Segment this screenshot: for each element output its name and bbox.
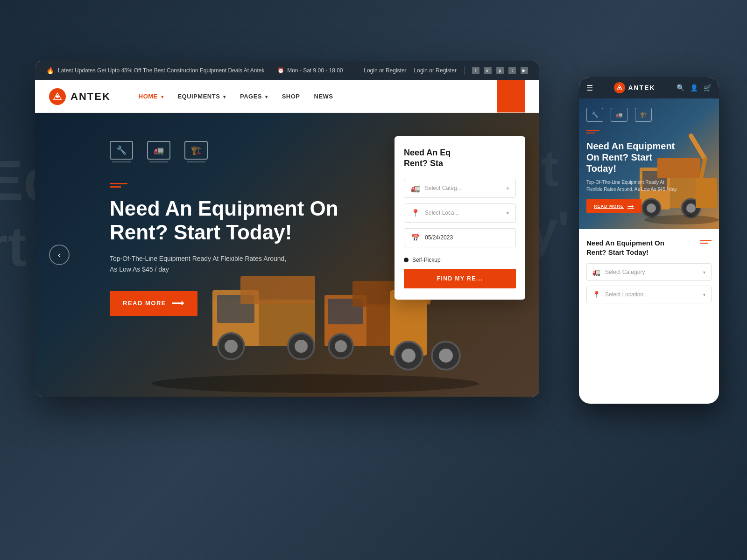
social-icons-group: f in p t ▶	[472, 67, 528, 74]
instagram-icon[interactable]: in	[484, 67, 492, 74]
pickup-label: Self-Pickup	[412, 257, 441, 263]
svg-point-37	[686, 203, 696, 213]
mobile-category-placeholder: Select Category	[605, 269, 698, 275]
svg-rect-40	[696, 178, 717, 208]
youtube-icon[interactable]: ▶	[521, 67, 528, 74]
mobile-panel-accent-lines	[700, 240, 712, 244]
mobile-location-field[interactable]: 📍 Select Location ▾	[586, 286, 712, 303]
search-panel: Need An EqRent? Sta 🚛 Select Categ... ▾ …	[395, 136, 525, 300]
nav-pages[interactable]: PAGES ▾	[240, 93, 268, 100]
mobile-panel-header: Need An Equipment On Rent? Start Today!	[586, 238, 712, 257]
mobile-location-placeholder: Select Location	[605, 291, 698, 298]
hero-accent-lines	[110, 183, 127, 189]
mobile-category-row: 🚛 Select Category ▾	[586, 263, 712, 281]
nav-home[interactable]: HOME ▾	[139, 93, 164, 100]
pinterest-icon[interactable]: p	[496, 67, 504, 74]
search-panel-title: Need An EqRent? Sta	[404, 147, 516, 169]
mobile-nav-bar: ☰ ANTEK 🔍 👤 🛒	[579, 77, 719, 98]
mobile-search-icon[interactable]: 🔍	[677, 84, 684, 91]
divider	[356, 66, 356, 75]
excavator-icon: 🏗️	[184, 141, 208, 162]
mobile-arrow-icon: ⟶	[627, 204, 634, 209]
mobile-category-field[interactable]: 🚛 Select Category ▾	[586, 263, 712, 281]
mobile-hero-section: 🔧 🚛 🏗️ Need An Equipment On Rent? Start …	[579, 98, 719, 229]
mobile-nav-actions: 🔍 👤 🛒	[677, 84, 712, 91]
mobile-user-icon[interactable]: 👤	[690, 84, 698, 91]
radio-button[interactable]	[404, 258, 409, 262]
category-field[interactable]: 🚛 Select Categ... ▾	[404, 179, 516, 198]
chevron-left-icon: ‹	[58, 250, 61, 260]
hero-subtitle: Top-Of-The-Line Equipment Ready At Flexi…	[110, 253, 287, 274]
svg-point-0	[56, 95, 59, 98]
truck-icon: 🚛	[147, 141, 170, 162]
svg-point-22	[402, 349, 416, 363]
announcement-text: 🔥 Latest Updates Get Upto 45% Off The Be…	[46, 67, 264, 74]
location-row: 📍 Select Loca... ▾	[404, 203, 516, 223]
announcement-label: Latest Updates Get Upto 45% Off The Best…	[58, 67, 264, 74]
divider2	[464, 66, 465, 75]
hero-title: Need An Equipment On Rent? Start Today!	[110, 197, 352, 244]
mobile-cart-icon[interactable]: 🛒	[704, 84, 712, 91]
mobile-location-arrow-icon: ▾	[703, 292, 705, 297]
mobile-accent-lines	[586, 130, 599, 135]
nav-equipments[interactable]: EQUIPMENTS ▾	[177, 93, 226, 100]
location-field[interactable]: 📍 Select Loca... ▾	[404, 203, 516, 223]
date-value: 05/24/2023	[425, 234, 453, 241]
arrow-icon: ⟶	[172, 298, 185, 308]
mobile-hero-content: Need An Equipment On Rent? Start Today! …	[586, 140, 680, 213]
mobile-logo-name: ANTEK	[628, 84, 655, 91]
mobile-excavator-icon: 🏗️	[635, 108, 652, 122]
location-pin-icon: 📍	[411, 209, 420, 217]
calendar-icon: 📅	[411, 233, 420, 242]
mobile-search-panel: Need An Equipment On Rent? Start Today! …	[579, 229, 719, 317]
mobile-location-row: 📍 Select Location ▾	[586, 286, 712, 303]
svg-point-27	[152, 374, 479, 393]
drill-icon: 🔧	[110, 141, 133, 162]
logo: ANTEK	[49, 88, 111, 105]
nav-bar: ANTEK HOME ▾ EQUIPMENTS ▾ PAGES ▾ SHOP N…	[35, 80, 539, 113]
hours-info: ⏰ Mon - Sat 9.00 - 18.00	[277, 67, 343, 74]
desktop-mockup: 🔥 Latest Updates Get Upto 45% Off The Be…	[35, 61, 539, 397]
hero-equipment-icons: 🔧 🚛 🏗️	[110, 141, 208, 162]
nav-news[interactable]: NEWS	[314, 93, 333, 100]
hero-content: Need An Equipment On Rent? Start Today! …	[110, 197, 352, 316]
svg-point-6	[225, 340, 238, 353]
hero-section: 🔧 🚛 🏗️ Need An Equipment On Rent? Start …	[35, 113, 539, 397]
twitter-icon[interactable]: t	[508, 67, 516, 74]
dropdown-arrow-icon: ▾	[507, 186, 509, 191]
svg-point-28	[619, 87, 620, 89]
main-nav: HOME ▾ EQUIPMENTS ▾ PAGES ▾ SHOP NEWS	[139, 93, 333, 100]
mobile-truck-category-icon: 🚛	[592, 268, 600, 276]
hero-cta-button[interactable]: READ MORE ⟶	[110, 291, 197, 316]
category-row: 🚛 Select Categ... ▾	[404, 179, 516, 198]
top-announcement-bar: 🔥 Latest Updates Get Upto 45% Off The Be…	[35, 61, 539, 80]
svg-point-42	[644, 215, 719, 224]
pickup-option: Self-Pickup	[404, 253, 516, 267]
mobile-location-pin-icon: 📍	[592, 291, 600, 298]
mobile-panel-title: Need An Equipment On Rent? Start Today!	[586, 238, 680, 257]
mobile-hero-title: Need An Equipment On Rent? Start Today!	[586, 140, 680, 174]
find-equipment-button[interactable]: FIND MY RE...	[404, 269, 516, 288]
facebook-icon[interactable]: f	[472, 67, 479, 74]
truck-category-icon: 🚛	[411, 184, 420, 193]
svg-point-8	[295, 340, 308, 353]
svg-point-24	[439, 349, 453, 363]
nav-shop[interactable]: SHOP	[282, 93, 300, 100]
hours-label: Mon - Sat 9.00 - 18.00	[287, 67, 343, 74]
auth-text[interactable]: Login or Register	[414, 67, 457, 74]
hero-prev-button[interactable]: ‹	[49, 245, 70, 265]
mobile-hero-subtitle: Top-Of-The-Line Equipment Ready At Flexi…	[586, 179, 680, 193]
category-placeholder: Select Categ...	[425, 185, 502, 191]
hamburger-menu-icon[interactable]: ☰	[586, 84, 593, 92]
auth-link[interactable]: Login or Register	[364, 67, 406, 74]
date-field[interactable]: 📅 05/24/2023	[404, 228, 516, 247]
dropdown-arrow-icon-2: ▾	[507, 210, 509, 216]
mobile-drill-icon: 🔧	[586, 108, 603, 122]
svg-point-14	[335, 340, 347, 352]
logo-icon	[49, 88, 66, 105]
location-placeholder: Select Loca...	[425, 210, 502, 216]
nav-accent	[497, 80, 525, 112]
mobile-hero-cta[interactable]: READ MORE ⟶	[586, 199, 641, 213]
date-row: 📅 05/24/2023	[404, 228, 516, 247]
mobile-logo: ANTEK	[614, 82, 655, 93]
